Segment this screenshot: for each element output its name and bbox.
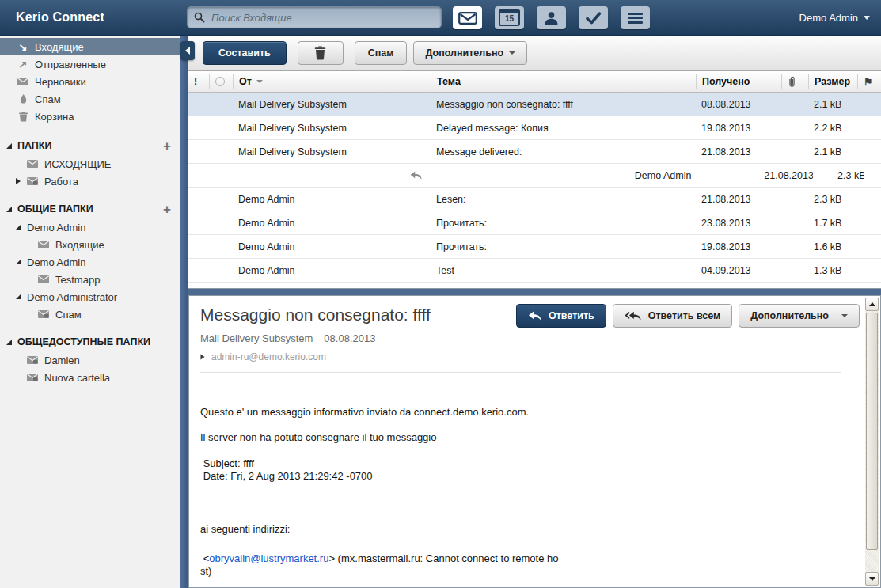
shared-folder-icon xyxy=(38,310,49,318)
column-read-status[interactable] xyxy=(209,74,233,89)
expanded-triangle-icon[interactable] xyxy=(16,294,21,299)
mail-icon[interactable] xyxy=(453,6,482,29)
column-priority[interactable]: ! xyxy=(188,74,209,89)
main-area: Составить Спам Дополнительно ! От Тема П… xyxy=(188,36,881,588)
sidebar-public-folder[interactable]: Damien xyxy=(0,351,180,369)
add-shared-folder-button[interactable]: + xyxy=(163,203,171,216)
message-row[interactable]: Mail Delivery Subsystem Delayed message:… xyxy=(188,116,881,140)
calendar-icon[interactable]: 15 xyxy=(495,6,524,29)
sidebar-item-label: Damien xyxy=(44,355,80,366)
search-input[interactable] xyxy=(210,11,435,25)
expanded-triangle-icon xyxy=(6,143,12,149)
scroll-up-button[interactable] xyxy=(865,298,879,311)
section-title: ОБЩЕДОСТУПНЫЕ ПАПКИ xyxy=(17,336,150,347)
chevron-down-icon xyxy=(509,51,515,55)
sidebar-item-trash[interactable]: Корзина xyxy=(0,108,180,125)
expanded-triangle-icon xyxy=(6,340,12,345)
sidebar-item-spam[interactable]: Спам xyxy=(0,90,180,108)
section-header-shared[interactable]: ОБЩИЕ ПАПКИ + xyxy=(0,199,180,218)
expanded-triangle-icon[interactable] xyxy=(16,260,21,264)
reply-all-icon xyxy=(625,311,641,321)
contacts-icon[interactable] xyxy=(537,6,566,29)
body-line: Questo e' un messaggio informativo invia… xyxy=(200,406,849,419)
reply-button[interactable]: Ответить xyxy=(516,304,606,328)
message-row[interactable]: Mail Delivery Subsystem Message delivere… xyxy=(188,140,881,164)
sidebar-shared-owner[interactable]: Demo Admin xyxy=(0,253,180,271)
sidebar-splitter[interactable] xyxy=(180,36,188,588)
sidebar-shared-folder[interactable]: Входящие xyxy=(0,236,180,253)
add-folder-button[interactable]: + xyxy=(163,139,171,153)
collapsed-triangle-icon[interactable] xyxy=(16,178,21,184)
section-header-public[interactable]: ОБЩЕДОСТУПНЫЕ ПАПКИ xyxy=(0,332,180,351)
compose-button[interactable]: Составить xyxy=(203,41,287,65)
sidebar-item-label: Testmapp xyxy=(55,274,100,286)
user-menu[interactable]: Demo Admin xyxy=(799,0,870,36)
message-row[interactable]: Demo Admin Lesen: 21.08.2013 2.3 kB xyxy=(188,164,881,188)
email-link[interactable]: obryvalin@lustrymarket.ru xyxy=(209,552,328,564)
top-bar: Kerio Connect 15 Demo Admin xyxy=(0,0,881,36)
read-status-icon xyxy=(215,77,225,86)
message-row[interactable]: Demo Admin Test 04.09.2013 1.3 kB xyxy=(188,259,881,283)
sidebar-item-inbox[interactable]: ↘ Входящие xyxy=(0,38,180,55)
sidebar-folder-outgoing[interactable]: ИСХОДЯЩИЕ xyxy=(0,155,180,173)
column-received[interactable]: Получено xyxy=(696,74,781,89)
sidebar-folder-rabota[interactable]: Работа xyxy=(0,173,180,190)
triangle-up-icon xyxy=(869,302,875,306)
scroll-down-button[interactable] xyxy=(865,572,879,586)
tasks-icon[interactable] xyxy=(579,6,608,29)
message-row[interactable]: Demo Admin Lesen: 21.08.2013 2.3 kB xyxy=(188,188,881,211)
preview-more-button-label: Дополнительно xyxy=(750,310,829,321)
folder-icon xyxy=(38,275,49,283)
expanded-triangle-icon[interactable] xyxy=(16,225,21,230)
column-from[interactable]: От xyxy=(233,74,431,89)
calendar-day-label: 15 xyxy=(500,14,518,23)
message-sender: Mail Delivery Subsystem xyxy=(200,332,313,344)
collapsed-triangle-icon xyxy=(200,355,204,360)
sidebar-shared-owner[interactable]: Demo Admin xyxy=(0,218,180,236)
column-flag[interactable]: ⚑ xyxy=(857,74,881,89)
sidebar-item-drafts[interactable]: Черновики xyxy=(0,73,180,90)
reply-button-label: Ответить xyxy=(549,310,594,321)
preview-splitter[interactable] xyxy=(188,289,881,295)
sidebar-shared-folder[interactable]: Спам xyxy=(0,305,180,323)
more-button-label: Дополнительно xyxy=(425,47,503,59)
reply-all-button-label: Ответить всем xyxy=(648,310,721,321)
section-header-folders[interactable]: ПАПКИ + xyxy=(0,136,180,155)
shared-folder-icon xyxy=(27,356,38,364)
menu-icon[interactable] xyxy=(621,6,650,29)
sidebar-item-label: Входящие xyxy=(55,239,104,251)
section-title: ПАПКИ xyxy=(17,140,51,151)
column-subject[interactable]: Тема xyxy=(431,74,696,89)
collapse-sidebar-button[interactable] xyxy=(180,41,195,60)
sidebar-item-sent[interactable]: ↗ Отправленные xyxy=(0,55,180,73)
body-date-line: Date: Fri, 2 Aug 2013 21:29:42 -0700 xyxy=(200,470,849,483)
reply-all-button[interactable]: Ответить всем xyxy=(613,304,733,328)
compose-button-label: Составить xyxy=(218,47,271,59)
column-size[interactable]: Размер xyxy=(808,74,857,89)
preview-more-button[interactable]: Дополнительно xyxy=(739,304,860,328)
sidebar-shared-folder[interactable]: Testmapp xyxy=(0,271,180,288)
search-box[interactable] xyxy=(187,6,442,28)
sidebar-item-label: Demo Admin xyxy=(27,222,85,233)
message-row[interactable]: Demo Admin Прочитать: 23.08.2013 1.7 kB xyxy=(188,211,881,235)
message-list-header: ! От Тема Получено Размер ⚑ xyxy=(188,71,881,93)
message-row[interactable]: Demo Admin Прочитать: 19.08.2013 1.6 kB xyxy=(188,235,881,259)
sidebar-public-folder[interactable]: Nuova cartella xyxy=(0,369,180,386)
sidebar-shared-owner[interactable]: Demo Administrator xyxy=(0,288,180,305)
topbar-module-icons: 15 xyxy=(453,6,650,29)
message-row[interactable]: Mail Delivery Subsystem Messaggio non co… xyxy=(188,93,881,116)
preview-scrollbar[interactable] xyxy=(865,298,879,586)
scrollbar-thumb[interactable] xyxy=(866,313,878,550)
app-logo: Kerio Connect xyxy=(16,10,104,25)
column-attachment[interactable] xyxy=(781,74,808,89)
attachment-icon xyxy=(788,76,796,88)
sidebar-item-label: Спам xyxy=(35,93,61,105)
preview-actions: Ответить Ответить всем Дополнительно xyxy=(516,304,860,328)
sidebar-item-label: Спам xyxy=(55,309,82,321)
delete-button[interactable] xyxy=(298,41,344,65)
spam-button[interactable]: Спам xyxy=(355,41,408,65)
expanded-triangle-icon xyxy=(6,207,12,212)
more-button[interactable]: Дополнительно xyxy=(413,41,527,65)
recipients-toggle[interactable]: admin-ru@demo.kerio.com xyxy=(200,351,841,362)
triangle-down-icon xyxy=(869,577,875,581)
